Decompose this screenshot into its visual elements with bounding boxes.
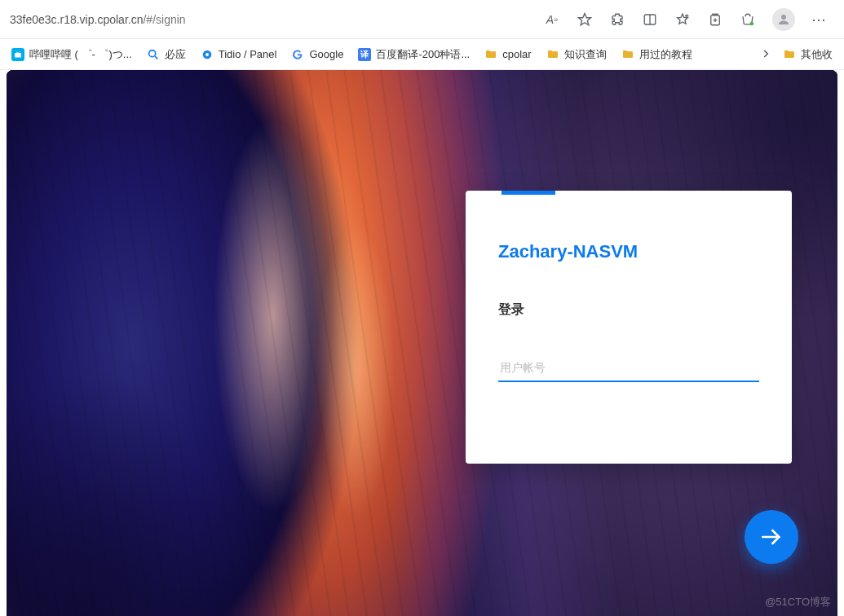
bookmark-label: Google xyxy=(309,48,343,60)
bookmark-tidio[interactable]: Tidio / Panel xyxy=(201,48,277,61)
more-menu-icon[interactable]: ⋯ xyxy=(811,11,828,29)
chevron-right-icon[interactable] xyxy=(760,48,771,61)
svg-marker-0 xyxy=(579,13,591,24)
login-heading: 登录 xyxy=(498,301,759,319)
bilibili-icon xyxy=(11,48,24,61)
svg-point-16 xyxy=(205,53,209,56)
address-bar-actions: A» ⋯ xyxy=(544,8,834,31)
bookmark-label: cpolar xyxy=(502,48,531,60)
svg-point-11 xyxy=(781,15,786,20)
svg-rect-12 xyxy=(15,53,21,58)
bookmark-label: 其他收 xyxy=(801,47,833,62)
translate-icon: 译 xyxy=(358,48,371,61)
bookmark-bing[interactable]: 必应 xyxy=(147,47,186,62)
svg-point-13 xyxy=(148,50,155,56)
bookmark-label: Tidio / Panel xyxy=(219,48,277,60)
search-icon xyxy=(147,48,160,61)
username-input[interactable] xyxy=(498,354,759,382)
split-screen-icon[interactable] xyxy=(642,11,658,28)
bookmark-folder-knowledge[interactable]: 知识查询 xyxy=(546,47,607,62)
favorites-icon[interactable] xyxy=(674,11,691,28)
watermark: @51CTO博客 xyxy=(765,595,831,609)
collections-icon[interactable] xyxy=(707,11,723,28)
profile-avatar[interactable] xyxy=(772,8,795,31)
bookmark-label: 百度翻译-200种语... xyxy=(376,47,470,62)
bookmark-google[interactable]: Google xyxy=(291,48,343,61)
star-icon[interactable] xyxy=(577,11,593,28)
bookmark-bilibili[interactable]: 哔哩哔哩 ( ゜- ゜)つ... xyxy=(11,47,132,62)
url-path: /#/signin xyxy=(143,13,185,26)
folder-icon xyxy=(484,48,497,61)
login-card: Zachary-NASVM 登录 xyxy=(466,191,792,464)
page-background: Zachary-NASVM 登录 @51CTO博客 xyxy=(7,70,837,616)
shopping-icon[interactable] xyxy=(740,11,756,28)
google-icon xyxy=(291,48,304,61)
svg-point-10 xyxy=(750,21,754,25)
username-field-wrap xyxy=(498,354,759,382)
folder-icon xyxy=(621,48,634,61)
address-bar: 33fe0e3c.r18.vip.cpolar.cn/#/signin A» ⋯ xyxy=(0,0,844,39)
bookmark-label: 知识查询 xyxy=(564,47,607,62)
svg-line-14 xyxy=(155,56,157,59)
bookmark-folder-cpolar[interactable]: cpolar xyxy=(484,48,531,61)
extensions-icon[interactable] xyxy=(609,11,625,28)
bookmarks-overflow: 其他收 xyxy=(760,47,833,62)
bookmark-folder-tutorials[interactable]: 用过的教程 xyxy=(621,47,692,62)
folder-icon xyxy=(546,48,559,61)
folder-icon xyxy=(783,48,796,61)
url-host: 33fe0e3c.r18.vip.cpolar.cn xyxy=(10,13,143,26)
read-aloud-icon[interactable]: A» xyxy=(544,11,560,28)
bookmark-folder-other[interactable]: 其他收 xyxy=(783,47,833,62)
next-button[interactable] xyxy=(745,510,798,564)
brand-title: Zachary-NASVM xyxy=(498,241,759,262)
bookmarks-bar: 哔哩哔哩 ( ゜- ゜)つ... 必应 Tidio / Panel Google… xyxy=(0,39,844,70)
url-display[interactable]: 33fe0e3c.r18.vip.cpolar.cn/#/signin xyxy=(10,13,186,26)
bookmark-baidu-translate[interactable]: 译 百度翻译-200种语... xyxy=(358,47,470,62)
bookmark-label: 用过的教程 xyxy=(639,47,692,62)
bookmark-label: 必应 xyxy=(165,47,186,62)
bookmark-label: 哔哩哔哩 ( ゜- ゜)つ... xyxy=(29,47,132,62)
tidio-icon xyxy=(201,48,214,61)
